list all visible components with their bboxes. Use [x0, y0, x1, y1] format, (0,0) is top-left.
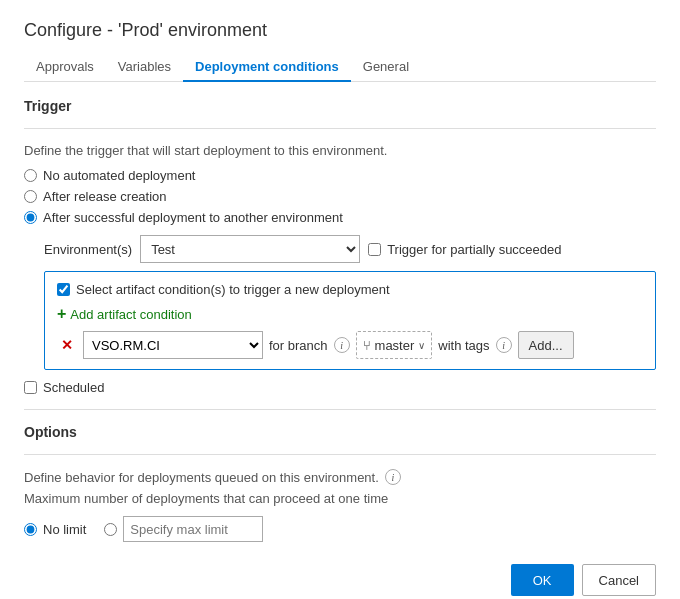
environment-row: Environment(s) Test Trigger for partiall…	[44, 235, 656, 263]
radio-no-limit-input[interactable]	[24, 523, 37, 536]
options-info-icon[interactable]: i	[385, 469, 401, 485]
limit-row: No limit	[24, 516, 656, 542]
trigger-radio-group: No automated deployment After release cr…	[24, 168, 656, 225]
branch-info-icon[interactable]: i	[334, 337, 350, 353]
branch-value: master	[375, 338, 415, 353]
radio-specify-max[interactable]	[104, 516, 263, 542]
radio-no-limit-label: No limit	[43, 522, 86, 537]
configure-dialog: Configure - 'Prod' environment Approvals…	[0, 0, 680, 599]
options-divider	[24, 409, 656, 410]
options-section: Options Define behavior for deployments …	[24, 424, 656, 542]
options-description-text: Define behavior for deployments queued o…	[24, 470, 379, 485]
radio-no-limit[interactable]: No limit	[24, 522, 86, 537]
tab-approvals[interactable]: Approvals	[24, 53, 106, 82]
for-branch-label: for branch	[269, 338, 328, 353]
radio-after-successful-input[interactable]	[24, 211, 37, 224]
plus-icon: +	[57, 305, 66, 323]
ok-button[interactable]: OK	[511, 564, 574, 596]
trigger-divider	[24, 128, 656, 129]
add-artifact-label: Add artifact condition	[70, 307, 191, 322]
scheduled-row: Scheduled	[24, 380, 656, 395]
dialog-title: Configure - 'Prod' environment	[24, 20, 656, 41]
radio-after-successful-label: After successful deployment to another e…	[43, 210, 343, 225]
scheduled-checkbox[interactable]	[24, 381, 37, 394]
specify-max-input[interactable]	[123, 516, 263, 542]
with-tags-label: with tags	[438, 338, 489, 353]
radio-no-automated[interactable]: No automated deployment	[24, 168, 656, 183]
add-tags-button[interactable]: Add...	[518, 331, 574, 359]
trigger-description: Define the trigger that will start deplo…	[24, 143, 656, 158]
branch-icon: ⑂	[363, 338, 371, 353]
radio-after-release[interactable]: After release creation	[24, 189, 656, 204]
add-artifact-btn[interactable]: + Add artifact condition	[57, 305, 643, 323]
artifact-select[interactable]: VSO.RM.CI	[83, 331, 263, 359]
max-deploy-label: Maximum number of deployments that can p…	[24, 491, 656, 506]
scheduled-label: Scheduled	[43, 380, 104, 395]
environment-select[interactable]: Test	[140, 235, 360, 263]
tags-info-icon[interactable]: i	[496, 337, 512, 353]
trigger-partial-label-row[interactable]: Trigger for partially succeeded	[368, 242, 561, 257]
options-section-title: Options	[24, 424, 656, 440]
artifact-condition-label: Select artifact condition(s) to trigger …	[76, 282, 390, 297]
trigger-partial-label: Trigger for partially succeeded	[387, 242, 561, 257]
tab-variables[interactable]: Variables	[106, 53, 183, 82]
radio-after-successful[interactable]: After successful deployment to another e…	[24, 210, 656, 225]
footer-buttons: OK Cancel	[24, 564, 656, 596]
artifact-condition-checkbox[interactable]	[57, 283, 70, 296]
radio-no-automated-label: No automated deployment	[43, 168, 195, 183]
branch-dropdown[interactable]: ⑂ master ∨	[356, 331, 433, 359]
artifact-header: Select artifact condition(s) to trigger …	[57, 282, 643, 297]
radio-no-automated-input[interactable]	[24, 169, 37, 182]
artifact-condition-row: ✕ VSO.RM.CI for branch i ⑂ master ∨ with…	[57, 331, 643, 359]
tab-bar: Approvals Variables Deployment condition…	[24, 53, 656, 82]
radio-after-release-label: After release creation	[43, 189, 167, 204]
tab-general[interactable]: General	[351, 53, 421, 82]
delete-condition-btn[interactable]: ✕	[57, 335, 77, 355]
options-divider2	[24, 454, 656, 455]
branch-chevron-icon: ∨	[418, 340, 425, 351]
trigger-section-title: Trigger	[24, 98, 656, 114]
options-desc: Define behavior for deployments queued o…	[24, 469, 656, 485]
environment-label: Environment(s)	[44, 242, 132, 257]
radio-specify-max-input[interactable]	[104, 523, 117, 536]
tab-deployment-conditions[interactable]: Deployment conditions	[183, 53, 351, 82]
radio-after-release-input[interactable]	[24, 190, 37, 203]
artifact-box: Select artifact condition(s) to trigger …	[44, 271, 656, 370]
trigger-partial-checkbox[interactable]	[368, 243, 381, 256]
cancel-button[interactable]: Cancel	[582, 564, 656, 596]
